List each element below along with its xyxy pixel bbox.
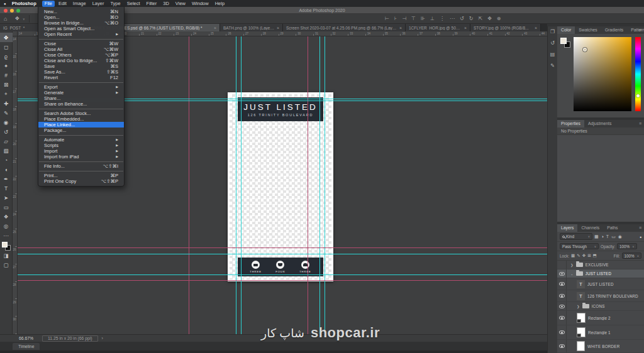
menu-item-close-and-go-to-bridge[interactable]: Close and Go to Bridge...⇧⌘W (38, 58, 124, 63)
menubar-item-select[interactable]: Select (125, 1, 143, 7)
menu-item-close[interactable]: Close⌘W (38, 41, 124, 46)
tab-close-icon[interactable]: × (214, 26, 216, 30)
menu-item-close-others[interactable]: Close Others⌥⌘P (38, 52, 124, 58)
document-tab-screen-shot-20[interactable]: Screen Shot 2020-03-07 at 4.25.06 PM.png… (283, 24, 406, 31)
visibility-toggle[interactable] (557, 290, 567, 301)
history-brush-tool[interactable]: ↺ (0, 127, 13, 136)
layer-row-just-listed[interactable]: TJUST LISTED (557, 278, 644, 290)
tab-properties[interactable]: Properties (557, 120, 584, 128)
eraser-tool[interactable]: ▱ (0, 136, 13, 146)
brush-tool[interactable]: ✎ (0, 108, 13, 117)
fill-dropdown[interactable]: 100% ∨ (622, 253, 641, 259)
rectangle-tool[interactable]: ▭ (0, 202, 13, 212)
filter-pixel-layers-icon[interactable]: ▦ (594, 234, 599, 239)
menubar-item-window[interactable]: Window (189, 1, 211, 7)
filter-smart-objects-icon[interactable]: ◉ (618, 234, 622, 239)
menu-item-open-as-smart-object[interactable]: Open as Smart Object... (38, 26, 124, 31)
tab-channels[interactable]: Channels (577, 224, 603, 232)
zoom-tool[interactable]: ◎ (0, 221, 13, 231)
document-info[interactable]: 11.25 in x 20 in (66 ppi) (42, 335, 98, 342)
menu-item-scripts[interactable]: Scripts▶ (38, 143, 124, 148)
panel-menu-icon[interactable]: ≡ (639, 28, 641, 32)
pan-3d-icon[interactable]: ⇱ (478, 16, 482, 21)
clone-stamp-tool[interactable]: ◉ (0, 117, 13, 127)
visibility-toggle[interactable] (557, 302, 567, 310)
menubar-item-type[interactable]: Type (108, 1, 123, 7)
expand-caret-icon[interactable]: ❯ (577, 305, 580, 308)
layer-row-rectangle-2[interactable]: Rectangle 2 (557, 311, 644, 325)
foreground-color-swatch[interactable] (560, 38, 567, 44)
apple-menu-icon[interactable]: ● (4, 2, 6, 6)
more-options-icon[interactable]: ⋯ (450, 16, 455, 21)
tab-close-icon[interactable]: × (399, 26, 402, 30)
filter-type-layers-icon[interactable]: T (606, 234, 609, 239)
hue-slider[interactable] (635, 37, 641, 111)
horizontal-guide[interactable] (18, 280, 547, 281)
menubar-item-filter[interactable]: Filter (144, 1, 160, 7)
collapsed-panel-brush-icon[interactable]: ✎ (550, 63, 555, 68)
menu-item-search-adobe-stock[interactable]: Search Adobe Stock... (38, 111, 124, 116)
tab-close-icon[interactable]: × (535, 26, 537, 30)
zoom-level-value[interactable]: 66.67% (19, 336, 33, 340)
document-artboard[interactable]: JUST LISTED 126 TRINITY BOULEVARD THREEF… (228, 92, 333, 281)
horizontal-guide[interactable] (18, 274, 547, 275)
menu-item-import-from-ipad[interactable]: Import from iPad▶ (38, 154, 124, 160)
filter-shape-layers-icon[interactable]: ▭ (611, 234, 616, 239)
dodge-tool[interactable]: ◖ (0, 165, 13, 174)
hand-tool[interactable]: ❖ (0, 212, 13, 221)
home-icon[interactable]: ⌂ (4, 16, 7, 22)
menu-item-generate[interactable]: Generate▶ (38, 90, 124, 95)
menu-item-save[interactable]: Save⌘S (38, 63, 124, 69)
status-chevron-icon[interactable]: › (102, 336, 103, 340)
marquee-tool[interactable]: ◻ (0, 42, 13, 52)
menu-item-new[interactable]: New...⌘N (38, 9, 124, 14)
menu-item-open-recent[interactable]: Open Recent▶ (38, 31, 124, 37)
tab-color[interactable]: Color (557, 26, 575, 34)
visibility-toggle[interactable] (557, 278, 567, 290)
toolbar-ellipsis[interactable]: ⋯ (0, 231, 13, 240)
menu-item-print[interactable]: Print...⌘P (38, 173, 124, 178)
rotate-view-cw-icon[interactable]: ↻ (469, 16, 474, 21)
align-center-horizontal-icon[interactable]: ⊦ (394, 16, 397, 21)
vertical-guide[interactable] (308, 36, 308, 334)
menu-item-file-info[interactable]: File Info...⌥⇧⌘I (38, 163, 124, 169)
collapsed-panel-libraries-icon[interactable]: ❐ (550, 29, 555, 35)
tab-gradients[interactable]: Gradients (601, 26, 627, 34)
menu-item-print-one-copy[interactable]: Print One Copy⌥⇧⌘P (38, 178, 124, 184)
listing-features-bar[interactable]: THREEFOURTHREE (238, 258, 323, 276)
gradient-tool[interactable]: ▧ (0, 146, 13, 155)
align-middle-icon[interactable]: ⊪ (421, 16, 425, 21)
menu-item-place-linked[interactable]: Place Linked... (38, 122, 124, 128)
menu-item-revert[interactable]: RevertF12 (38, 75, 124, 80)
vertical-guide[interactable] (189, 36, 189, 334)
object-selection-tool[interactable]: ✦ (0, 61, 13, 70)
menubar-item-edit[interactable]: Edit (56, 1, 69, 7)
menu-item-share[interactable]: Share... (38, 95, 124, 101)
move-tool[interactable]: ✥ (0, 33, 13, 42)
pen-tool[interactable]: ✒ (0, 174, 13, 183)
document-tab-1cflyer-hor-jp[interactable]: 1CFLYER_HOR.jpg @ 50% (RGB...× (406, 24, 470, 31)
layer-row-exclusive[interactable]: ❯EXCLUSIVE (557, 261, 644, 269)
lock-pixels-icon[interactable]: ✎ (577, 253, 580, 258)
menu-item-place-embedded[interactable]: Place Embedded... (38, 116, 124, 122)
panel-menu-icon[interactable]: ≡ (639, 225, 641, 230)
crop-tool[interactable]: # (0, 70, 13, 80)
collapsed-panel-history-icon[interactable]: ↺ (550, 40, 555, 46)
layer-row-126-trinity-boulevard[interactable]: T126 TRINITY BOULEVARD (557, 290, 644, 302)
menubar-item-layer[interactable]: Layer (90, 1, 107, 7)
vertical-guide[interactable] (325, 36, 325, 334)
tool-preset-caret-icon[interactable]: ∨ (23, 17, 25, 21)
menubar-item-file[interactable]: File (42, 1, 55, 7)
horizontal-guide[interactable] (18, 247, 547, 248)
filter-adjustment-layers-icon[interactable]: ◑ (601, 234, 604, 239)
menu-item-browse-in-bridge[interactable]: Browse in Bridge...⌥⌘O (38, 20, 124, 26)
menu-item-export[interactable]: Export▶ (38, 84, 124, 90)
lock-position-icon[interactable]: ✥ (582, 253, 586, 258)
vertical-guide[interactable] (319, 36, 320, 334)
panel-menu-icon[interactable]: ≡ (639, 121, 641, 126)
visibility-toggle[interactable] (557, 269, 567, 278)
horizontal-guide[interactable] (18, 254, 547, 254)
layer-row-just-listed[interactable]: ⌄JUST LISTED (557, 269, 644, 278)
hue-slider-marker[interactable] (636, 94, 640, 97)
layer-filter-kind-dropdown[interactable]: Kind ∨ (560, 233, 592, 240)
